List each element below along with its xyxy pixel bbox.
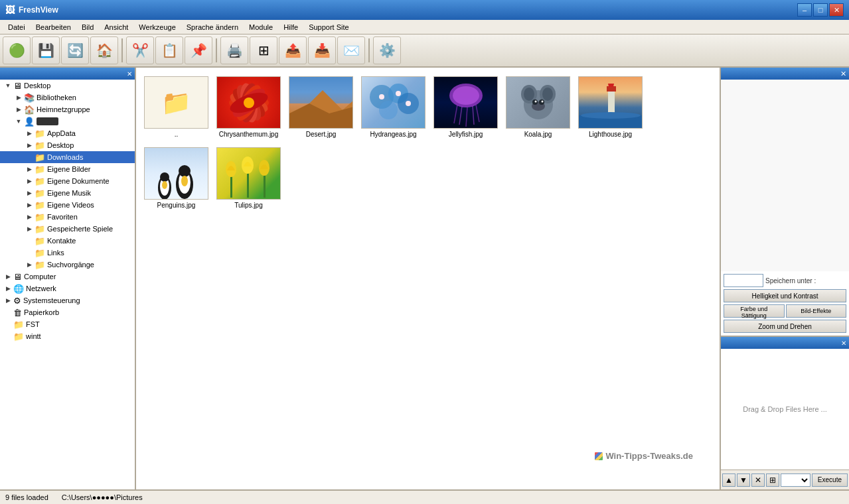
- thumb-koala[interactable]: Koala.jpg: [503, 73, 573, 141]
- thumb-hydrangeas[interactable]: Hydrangeas.jpg: [358, 73, 428, 141]
- toolbar-print[interactable]: 🖨️: [220, 36, 248, 64]
- tree-item-links[interactable]: 📁 Links: [0, 247, 135, 259]
- menu-bild[interactable]: Bild: [76, 22, 99, 32]
- tree-expander[interactable]: ▶: [24, 200, 35, 210]
- tree-expander: [24, 235, 35, 246]
- toolbar-open[interactable]: 🟢: [3, 36, 31, 64]
- toolbar-save[interactable]: 💾: [32, 36, 60, 64]
- tree-item-favoriten[interactable]: ▶ 📁 Favoriten: [0, 211, 135, 223]
- toolbar-export[interactable]: 📤: [279, 36, 307, 64]
- tree-expander[interactable]: ▶: [24, 259, 35, 270]
- tree-expander[interactable]: ▼: [3, 80, 13, 91]
- menu-werkzeuge[interactable]: Werkzeuge: [133, 22, 181, 32]
- menu-hilfe[interactable]: Hilfe: [278, 22, 303, 32]
- svg-line-24: [466, 107, 467, 127]
- toolbar-settings[interactable]: ⚙️: [373, 36, 401, 64]
- tree-expander[interactable]: ▶: [24, 188, 35, 198]
- maximize-button[interactable]: □: [813, 3, 828, 17]
- thumb-chrysanthemum[interactable]: Chrysanthemum.jpg: [214, 73, 283, 141]
- tree-item-fst[interactable]: 📁 FST: [0, 318, 135, 330]
- tree-item-computer[interactable]: ▶ 🖥 Computer: [0, 271, 135, 283]
- thumb-label: Penguins.jpg: [157, 202, 196, 209]
- menu-module[interactable]: Module: [244, 22, 278, 32]
- tree-expander[interactable]: ▶: [24, 128, 35, 139]
- menu-bearbeiten[interactable]: Bearbeiten: [31, 22, 76, 32]
- tree-item-musik[interactable]: ▶ 📁 Eigene Musik: [0, 187, 135, 199]
- tree-label: Desktop: [47, 141, 74, 149]
- tree-item-dokumente[interactable]: ▶ 📁 Eigene Dokumente: [0, 175, 135, 187]
- close-button[interactable]: ✕: [829, 3, 844, 17]
- tree-header-close[interactable]: ✕: [127, 70, 132, 78]
- drop-zone[interactable]: Drag & Drop Files Here ...: [721, 349, 849, 470]
- brightness-contrast-button[interactable]: Helligkeit und Kontrast: [724, 289, 846, 302]
- zoom-rotate-button[interactable]: Zoom und Drehen: [724, 320, 846, 333]
- tree-item-videos[interactable]: ▶ 📁 Eigene Videos: [0, 199, 135, 211]
- tree-expander[interactable]: ▼: [13, 116, 24, 127]
- tree-item-heimnetz[interactable]: ▶ 🏠 Heimnetzgruppe: [0, 103, 135, 115]
- toolbar-email[interactable]: ✉️: [337, 36, 365, 64]
- menu-support[interactable]: Support Site: [303, 22, 354, 32]
- user-icon: 👤: [24, 117, 35, 127]
- tree-item-bilder[interactable]: ▶ 📁 Eigene Bilder: [0, 163, 135, 175]
- minimize-button[interactable]: –: [797, 3, 812, 17]
- tree-expander[interactable]: ▶: [3, 271, 13, 282]
- tree-expander[interactable]: ▶: [13, 92, 24, 103]
- thumb-lighthouse[interactable]: Lighthouse.jpg: [576, 73, 645, 141]
- tree-item-downloads[interactable]: 📁 Downloads: [0, 151, 135, 163]
- toolbar-grid[interactable]: ⊞: [250, 36, 277, 64]
- thumb-parent-folder[interactable]: 📁 ..: [141, 73, 211, 141]
- tree-item-systemsteuerung[interactable]: ▶ ⚙ Systemsteuerung: [0, 294, 135, 306]
- batch-up-button[interactable]: ▲: [722, 473, 735, 487]
- execute-button[interactable]: Execute: [812, 473, 848, 487]
- tree-expander[interactable]: ▶: [24, 212, 35, 222]
- trash-icon: 🗑: [13, 308, 22, 318]
- tree-item-netzwerk[interactable]: ▶ 🌐 Netzwerk: [0, 283, 135, 294]
- thumb-tulips[interactable]: Tulips.jpg: [214, 144, 283, 212]
- tree-item-wintt[interactable]: 📁 wintt: [0, 330, 135, 342]
- tree-item-bibliotheken[interactable]: ▶ 📚 Bibliotheken: [0, 92, 135, 103]
- image-effects-button[interactable]: Bild-Effekte: [786, 304, 847, 318]
- main-layout: ✕ ▼ 🖥 Desktop ▶ 📚 Bibliotheken ▶ 🏠 Heimn…: [0, 68, 849, 489]
- thumb-desert[interactable]: Desert.jpg: [286, 73, 356, 141]
- tree-expander[interactable]: [24, 152, 35, 162]
- batch-expand-button[interactable]: ⊞: [766, 473, 779, 487]
- tree-item-appdata[interactable]: ▶ 📁 AppData: [0, 127, 135, 139]
- toolbar-paste[interactable]: 📋: [155, 36, 183, 64]
- toolbar-convert[interactable]: 📥: [308, 36, 336, 64]
- toolbar-home[interactable]: 🏠: [90, 36, 118, 64]
- batch-delete-button[interactable]: ✕: [751, 473, 765, 487]
- tree-expander[interactable]: ▶: [3, 283, 13, 294]
- toolbar-cut[interactable]: ✂️: [126, 36, 154, 64]
- thumb-penguins[interactable]: Penguins.jpg: [141, 144, 211, 212]
- tree-item-desktop[interactable]: ▼ 🖥 Desktop: [0, 80, 135, 92]
- bottom-panel-close[interactable]: ✕: [841, 340, 846, 347]
- thumb-image: [216, 76, 281, 129]
- thumb-jellyfish[interactable]: Jellyfish.jpg: [431, 73, 501, 141]
- right-panel-close[interactable]: ✕: [840, 70, 846, 78]
- tree-expander[interactable]: ▶: [24, 140, 35, 151]
- tree-expander[interactable]: ▶: [24, 176, 35, 186]
- menu-datei[interactable]: Datei: [3, 22, 31, 32]
- tree-expander[interactable]: ▶: [13, 104, 24, 115]
- batch-select[interactable]: [781, 473, 810, 487]
- toolbar-sep-1: [121, 38, 123, 62]
- toolbar-pin[interactable]: 📌: [185, 36, 212, 64]
- tree-expander[interactable]: ▶: [24, 164, 35, 174]
- batch-down-button[interactable]: ▼: [737, 473, 750, 487]
- tree-item-papierkorb[interactable]: 🗑 Papierkorb: [0, 306, 135, 318]
- tree-item-spiele[interactable]: ▶ 📁 Gespeicherte Spiele: [0, 223, 135, 235]
- color-saturation-button[interactable]: Farbe und Sättigung: [724, 304, 785, 318]
- thumb-image: [144, 147, 208, 200]
- toolbar-refresh[interactable]: 🔄: [61, 36, 89, 64]
- menubar: Datei Bearbeiten Bild Ansicht Werkzeuge …: [0, 20, 849, 34]
- menu-ansicht[interactable]: Ansicht: [99, 22, 133, 32]
- menu-sprache[interactable]: Sprache ändern: [181, 22, 244, 32]
- tree-expander[interactable]: ▶: [24, 223, 35, 234]
- tree-item-desktop2[interactable]: ▶ 📁 Desktop: [0, 139, 135, 151]
- save-input[interactable]: [724, 274, 763, 287]
- tree-item-kontakte[interactable]: 📁 Kontakte: [0, 235, 135, 247]
- tree-item-suche[interactable]: ▶ 📁 Suchvorgänge: [0, 259, 135, 271]
- tree-expander[interactable]: ▶: [3, 295, 13, 306]
- folder-icon: 📁: [35, 129, 45, 139]
- tree-item-user[interactable]: ▼ 👤 ●●●●●: [0, 115, 135, 127]
